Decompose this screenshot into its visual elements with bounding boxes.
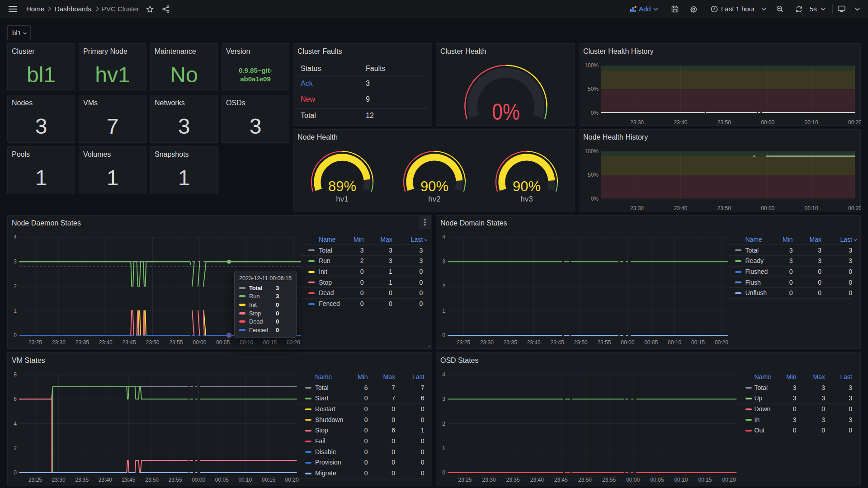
svg-text:00:00: 00:00 [193, 339, 206, 346]
svg-text:23:35: 23:35 [504, 339, 517, 346]
svg-text:00:20: 00:20 [848, 205, 861, 211]
svg-text:23:30: 23:30 [52, 339, 66, 346]
svg-text:23:40: 23:40 [674, 205, 687, 211]
svg-text:2: 2 [14, 283, 17, 290]
svg-text:23:50: 23:50 [717, 119, 731, 126]
svg-text:00:05: 00:05 [216, 339, 230, 346]
svg-text:hv1: hv1 [336, 195, 348, 203]
svg-text:23:50: 23:50 [578, 477, 592, 483]
svg-text:23:35: 23:35 [506, 477, 520, 483]
svg-text:6: 6 [14, 396, 17, 402]
svg-text:00:00: 00:00 [761, 119, 774, 126]
svg-text:90%: 90% [420, 178, 448, 194]
svg-text:0: 0 [442, 332, 445, 338]
svg-text:2: 2 [442, 283, 445, 290]
svg-text:23:50: 23:50 [145, 477, 159, 483]
svg-text:4: 4 [442, 234, 445, 240]
svg-text:1: 1 [442, 445, 445, 451]
svg-text:00:20: 00:20 [285, 477, 299, 483]
svg-text:3: 3 [14, 258, 17, 265]
svg-text:00:20: 00:20 [715, 339, 728, 346]
svg-text:00:10: 00:10 [238, 477, 252, 483]
svg-text:00:20: 00:20 [848, 119, 861, 126]
svg-text:0: 0 [14, 332, 17, 338]
svg-text:4: 4 [14, 234, 17, 240]
svg-text:23:50: 23:50 [146, 339, 159, 346]
svg-text:23:25: 23:25 [458, 477, 472, 483]
svg-text:23:50: 23:50 [574, 339, 587, 346]
svg-text:23:30: 23:30 [630, 119, 644, 126]
svg-text:23:40: 23:40 [527, 339, 541, 346]
svg-text:00:05: 00:05 [215, 477, 229, 483]
svg-text:23:45: 23:45 [122, 477, 135, 483]
svg-text:hv3: hv3 [520, 195, 533, 203]
svg-text:hv2: hv2 [428, 195, 440, 203]
svg-text:0: 0 [442, 469, 445, 476]
svg-text:00:05: 00:05 [650, 477, 664, 483]
svg-text:3: 3 [442, 396, 445, 402]
svg-text:23:40: 23:40 [99, 339, 113, 346]
svg-text:23:55: 23:55 [602, 477, 616, 483]
svg-text:100%: 100% [585, 62, 599, 69]
svg-text:00:10: 00:10 [674, 477, 688, 483]
svg-text:4: 4 [442, 371, 445, 378]
svg-text:00:15: 00:15 [262, 477, 275, 483]
svg-text:00:00: 00:00 [621, 339, 634, 346]
svg-text:1: 1 [14, 308, 17, 314]
svg-text:100%: 100% [585, 148, 599, 155]
svg-text:50%: 50% [588, 172, 599, 178]
svg-text:23:35: 23:35 [75, 339, 89, 346]
svg-text:23:50: 23:50 [717, 205, 731, 211]
svg-text:23:25: 23:25 [28, 339, 42, 346]
svg-text:00:00: 00:00 [192, 477, 205, 483]
svg-text:23:30: 23:30 [482, 477, 496, 483]
svg-text:23:55: 23:55 [169, 339, 183, 346]
svg-text:50%: 50% [588, 86, 599, 92]
svg-text:2: 2 [14, 445, 17, 451]
svg-text:00:10: 00:10 [805, 205, 818, 211]
svg-text:23:40: 23:40 [99, 477, 112, 483]
svg-text:00:10: 00:10 [240, 339, 253, 346]
svg-text:23:40: 23:40 [674, 119, 687, 126]
svg-text:00:15: 00:15 [263, 339, 277, 346]
svg-text:23:45: 23:45 [551, 339, 564, 346]
svg-text:89%: 89% [328, 178, 356, 194]
svg-text:23:45: 23:45 [554, 477, 568, 483]
svg-text:2: 2 [442, 421, 445, 427]
svg-text:23:25: 23:25 [457, 339, 470, 346]
svg-text:23:25: 23:25 [28, 477, 42, 483]
svg-text:8: 8 [14, 371, 17, 378]
svg-text:00:10: 00:10 [805, 119, 818, 126]
svg-text:4: 4 [14, 421, 17, 427]
svg-text:00:05: 00:05 [644, 339, 658, 346]
svg-text:1: 1 [442, 308, 445, 314]
svg-text:23:30: 23:30 [52, 477, 66, 483]
svg-text:23:55: 23:55 [169, 477, 182, 483]
svg-text:00:00: 00:00 [626, 477, 640, 483]
svg-text:23:40: 23:40 [530, 477, 544, 483]
svg-text:23:45: 23:45 [123, 339, 136, 346]
svg-text:00:20: 00:20 [287, 339, 300, 346]
svg-text:0%: 0% [591, 110, 599, 116]
svg-text:23:30: 23:30 [630, 205, 644, 211]
svg-text:00:10: 00:10 [668, 339, 681, 346]
svg-text:00:20: 00:20 [722, 477, 736, 483]
svg-text:00:15: 00:15 [691, 339, 705, 346]
svg-text:00:15: 00:15 [698, 477, 712, 483]
svg-text:0: 0 [14, 469, 17, 476]
svg-text:90%: 90% [513, 178, 541, 194]
svg-text:23:55: 23:55 [597, 339, 611, 346]
svg-text:23:30: 23:30 [480, 339, 494, 346]
svg-text:00:00: 00:00 [761, 205, 774, 211]
svg-text:23:35: 23:35 [75, 477, 89, 483]
svg-text:3: 3 [442, 258, 445, 265]
svg-text:0%: 0% [591, 196, 599, 202]
